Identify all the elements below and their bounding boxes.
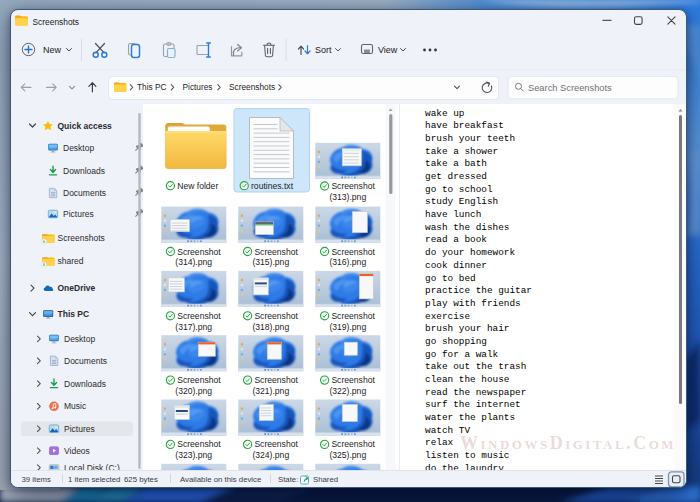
svg-text:(323).png: (323).png [175, 450, 212, 460]
svg-text:This PC: This PC [137, 82, 167, 92]
svg-text:(315).png: (315).png [252, 257, 289, 267]
svg-text:(313).png: (313).png [329, 192, 366, 202]
svg-text:(319).png: (319).png [329, 322, 366, 332]
svg-text:Screenshot: Screenshot [331, 247, 375, 257]
svg-text:(322).png: (322).png [329, 386, 366, 396]
svg-text:Screenshots: Screenshots [58, 233, 105, 243]
svg-text:Screenshot: Screenshot [254, 439, 298, 449]
svg-text:routines.txt: routines.txt [251, 181, 294, 191]
svg-text:Screenshot: Screenshot [177, 311, 221, 321]
svg-text:New folder: New folder [177, 181, 218, 191]
svg-text:(318).png: (318).png [252, 322, 289, 332]
svg-text:(321).png: (321).png [252, 386, 289, 396]
svg-text:Screenshot: Screenshot [331, 375, 375, 385]
svg-text:Screenshots: Screenshots [229, 82, 275, 92]
svg-text:Music: Music [64, 401, 87, 411]
svg-text:Screenshot: Screenshot [254, 375, 298, 385]
svg-text:This PC: This PC [58, 309, 90, 319]
svg-text:(320).png: (320).png [175, 386, 212, 396]
svg-text:Screenshot: Screenshot [177, 375, 221, 385]
svg-text:Downloads: Downloads [63, 166, 105, 176]
svg-text:OneDrive: OneDrive [58, 283, 96, 293]
svg-text:Screenshot: Screenshot [331, 311, 375, 321]
svg-text:Screenshot: Screenshot [254, 247, 298, 257]
svg-text:Downloads: Downloads [64, 379, 106, 389]
svg-text:Screenshot: Screenshot [331, 181, 375, 191]
svg-text:Documents: Documents [64, 356, 107, 366]
svg-text:shared: shared [58, 256, 84, 266]
svg-text:Videos: Videos [64, 446, 90, 456]
svg-text:Desktop: Desktop [63, 143, 94, 153]
svg-text:Screenshot: Screenshot [177, 439, 221, 449]
svg-text:Documents: Documents [63, 188, 106, 198]
svg-text:View: View [378, 45, 398, 55]
svg-text:Pictures: Pictures [63, 209, 94, 219]
svg-text:Sort: Sort [315, 45, 332, 55]
svg-text:Pictures: Pictures [64, 424, 95, 434]
svg-text:Pictures: Pictures [183, 82, 213, 92]
svg-text:(324).png: (324).png [252, 450, 289, 460]
svg-text:Screenshot: Screenshot [331, 439, 375, 449]
svg-text:(317).png: (317).png [175, 322, 212, 332]
svg-text:Quick access: Quick access [58, 121, 113, 131]
svg-text:Desktop: Desktop [64, 334, 95, 344]
svg-text:Search Screenshots: Search Screenshots [528, 83, 612, 93]
svg-text:(325).png: (325).png [329, 450, 366, 460]
svg-text:New: New [43, 45, 62, 55]
svg-text:Screenshot: Screenshot [254, 311, 298, 321]
svg-text:(316).png: (316).png [329, 257, 366, 267]
svg-text:Screenshot: Screenshot [177, 247, 221, 257]
svg-text:(314).png: (314).png [175, 257, 212, 267]
